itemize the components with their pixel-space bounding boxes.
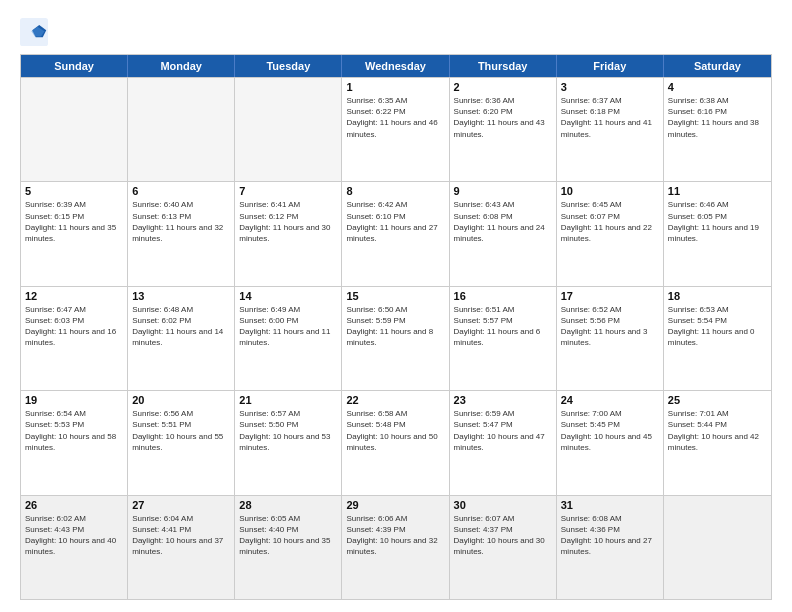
calendar-cell-0-1 [128,78,235,181]
cell-day-number: 2 [454,81,552,93]
cell-info: Sunrise: 6:04 AM Sunset: 4:41 PM Dayligh… [132,513,230,558]
cell-day-number: 20 [132,394,230,406]
calendar-cell-3-3: 22Sunrise: 6:58 AM Sunset: 5:48 PM Dayli… [342,391,449,494]
cell-info: Sunrise: 6:50 AM Sunset: 5:59 PM Dayligh… [346,304,444,349]
cell-day-number: 21 [239,394,337,406]
calendar: SundayMondayTuesdayWednesdayThursdayFrid… [20,54,772,600]
weekday-header-wednesday: Wednesday [342,55,449,77]
cell-day-number: 14 [239,290,337,302]
cell-day-number: 3 [561,81,659,93]
cell-info: Sunrise: 6:08 AM Sunset: 4:36 PM Dayligh… [561,513,659,558]
page-header [20,18,772,46]
cell-info: Sunrise: 7:01 AM Sunset: 5:44 PM Dayligh… [668,408,767,453]
calendar-header: SundayMondayTuesdayWednesdayThursdayFrid… [21,55,771,77]
cell-info: Sunrise: 6:35 AM Sunset: 6:22 PM Dayligh… [346,95,444,140]
weekday-header-tuesday: Tuesday [235,55,342,77]
cell-info: Sunrise: 6:57 AM Sunset: 5:50 PM Dayligh… [239,408,337,453]
cell-day-number: 5 [25,185,123,197]
cell-info: Sunrise: 6:36 AM Sunset: 6:20 PM Dayligh… [454,95,552,140]
cell-day-number: 30 [454,499,552,511]
cell-day-number: 19 [25,394,123,406]
cell-day-number: 8 [346,185,444,197]
calendar-cell-1-0: 5Sunrise: 6:39 AM Sunset: 6:15 PM Daylig… [21,182,128,285]
calendar-cell-1-1: 6Sunrise: 6:40 AM Sunset: 6:13 PM Daylig… [128,182,235,285]
cell-day-number: 31 [561,499,659,511]
calendar-cell-2-6: 18Sunrise: 6:53 AM Sunset: 5:54 PM Dayli… [664,287,771,390]
calendar-cell-2-3: 15Sunrise: 6:50 AM Sunset: 5:59 PM Dayli… [342,287,449,390]
calendar-cell-0-3: 1Sunrise: 6:35 AM Sunset: 6:22 PM Daylig… [342,78,449,181]
calendar-cell-3-0: 19Sunrise: 6:54 AM Sunset: 5:53 PM Dayli… [21,391,128,494]
calendar-row-3: 19Sunrise: 6:54 AM Sunset: 5:53 PM Dayli… [21,390,771,494]
calendar-cell-4-5: 31Sunrise: 6:08 AM Sunset: 4:36 PM Dayli… [557,496,664,599]
calendar-row-0: 1Sunrise: 6:35 AM Sunset: 6:22 PM Daylig… [21,77,771,181]
cell-info: Sunrise: 6:43 AM Sunset: 6:08 PM Dayligh… [454,199,552,244]
cell-day-number: 17 [561,290,659,302]
calendar-cell-0-2 [235,78,342,181]
cell-day-number: 24 [561,394,659,406]
cell-day-number: 13 [132,290,230,302]
cell-info: Sunrise: 6:53 AM Sunset: 5:54 PM Dayligh… [668,304,767,349]
cell-info: Sunrise: 6:41 AM Sunset: 6:12 PM Dayligh… [239,199,337,244]
cell-info: Sunrise: 6:45 AM Sunset: 6:07 PM Dayligh… [561,199,659,244]
cell-day-number: 7 [239,185,337,197]
cell-info: Sunrise: 6:56 AM Sunset: 5:51 PM Dayligh… [132,408,230,453]
calendar-cell-0-4: 2Sunrise: 6:36 AM Sunset: 6:20 PM Daylig… [450,78,557,181]
cell-day-number: 23 [454,394,552,406]
cell-info: Sunrise: 6:40 AM Sunset: 6:13 PM Dayligh… [132,199,230,244]
cell-day-number: 11 [668,185,767,197]
cell-day-number: 29 [346,499,444,511]
calendar-cell-3-5: 24Sunrise: 7:00 AM Sunset: 5:45 PM Dayli… [557,391,664,494]
weekday-header-sunday: Sunday [21,55,128,77]
cell-day-number: 22 [346,394,444,406]
calendar-cell-4-3: 29Sunrise: 6:06 AM Sunset: 4:39 PM Dayli… [342,496,449,599]
cell-day-number: 26 [25,499,123,511]
calendar-cell-2-0: 12Sunrise: 6:47 AM Sunset: 6:03 PM Dayli… [21,287,128,390]
cell-day-number: 25 [668,394,767,406]
calendar-cell-2-2: 14Sunrise: 6:49 AM Sunset: 6:00 PM Dayli… [235,287,342,390]
cell-day-number: 4 [668,81,767,93]
calendar-cell-3-2: 21Sunrise: 6:57 AM Sunset: 5:50 PM Dayli… [235,391,342,494]
cell-day-number: 28 [239,499,337,511]
calendar-cell-2-5: 17Sunrise: 6:52 AM Sunset: 5:56 PM Dayli… [557,287,664,390]
cell-info: Sunrise: 6:07 AM Sunset: 4:37 PM Dayligh… [454,513,552,558]
cell-day-number: 6 [132,185,230,197]
cell-info: Sunrise: 6:47 AM Sunset: 6:03 PM Dayligh… [25,304,123,349]
cell-info: Sunrise: 6:54 AM Sunset: 5:53 PM Dayligh… [25,408,123,453]
calendar-cell-3-4: 23Sunrise: 6:59 AM Sunset: 5:47 PM Dayli… [450,391,557,494]
calendar-cell-0-0 [21,78,128,181]
calendar-cell-4-1: 27Sunrise: 6:04 AM Sunset: 4:41 PM Dayli… [128,496,235,599]
cell-info: Sunrise: 6:49 AM Sunset: 6:00 PM Dayligh… [239,304,337,349]
calendar-cell-1-5: 10Sunrise: 6:45 AM Sunset: 6:07 PM Dayli… [557,182,664,285]
cell-day-number: 18 [668,290,767,302]
calendar-row-4: 26Sunrise: 6:02 AM Sunset: 4:43 PM Dayli… [21,495,771,599]
weekday-header-monday: Monday [128,55,235,77]
calendar-row-2: 12Sunrise: 6:47 AM Sunset: 6:03 PM Dayli… [21,286,771,390]
cell-day-number: 12 [25,290,123,302]
calendar-cell-3-6: 25Sunrise: 7:01 AM Sunset: 5:44 PM Dayli… [664,391,771,494]
cell-day-number: 27 [132,499,230,511]
cell-info: Sunrise: 6:06 AM Sunset: 4:39 PM Dayligh… [346,513,444,558]
weekday-header-saturday: Saturday [664,55,771,77]
calendar-cell-1-4: 9Sunrise: 6:43 AM Sunset: 6:08 PM Daylig… [450,182,557,285]
calendar-cell-0-6: 4Sunrise: 6:38 AM Sunset: 6:16 PM Daylig… [664,78,771,181]
cell-info: Sunrise: 6:46 AM Sunset: 6:05 PM Dayligh… [668,199,767,244]
cell-info: Sunrise: 6:02 AM Sunset: 4:43 PM Dayligh… [25,513,123,558]
cell-info: Sunrise: 6:59 AM Sunset: 5:47 PM Dayligh… [454,408,552,453]
logo [20,18,52,46]
calendar-cell-1-6: 11Sunrise: 6:46 AM Sunset: 6:05 PM Dayli… [664,182,771,285]
cell-info: Sunrise: 6:52 AM Sunset: 5:56 PM Dayligh… [561,304,659,349]
calendar-cell-0-5: 3Sunrise: 6:37 AM Sunset: 6:18 PM Daylig… [557,78,664,181]
calendar-body: 1Sunrise: 6:35 AM Sunset: 6:22 PM Daylig… [21,77,771,599]
cell-day-number: 16 [454,290,552,302]
cell-day-number: 1 [346,81,444,93]
calendar-cell-4-2: 28Sunrise: 6:05 AM Sunset: 4:40 PM Dayli… [235,496,342,599]
cell-info: Sunrise: 6:42 AM Sunset: 6:10 PM Dayligh… [346,199,444,244]
cell-day-number: 15 [346,290,444,302]
calendar-cell-2-1: 13Sunrise: 6:48 AM Sunset: 6:02 PM Dayli… [128,287,235,390]
cell-info: Sunrise: 6:38 AM Sunset: 6:16 PM Dayligh… [668,95,767,140]
cell-day-number: 9 [454,185,552,197]
calendar-cell-1-2: 7Sunrise: 6:41 AM Sunset: 6:12 PM Daylig… [235,182,342,285]
calendar-cell-1-3: 8Sunrise: 6:42 AM Sunset: 6:10 PM Daylig… [342,182,449,285]
weekday-header-thursday: Thursday [450,55,557,77]
calendar-cell-2-4: 16Sunrise: 6:51 AM Sunset: 5:57 PM Dayli… [450,287,557,390]
